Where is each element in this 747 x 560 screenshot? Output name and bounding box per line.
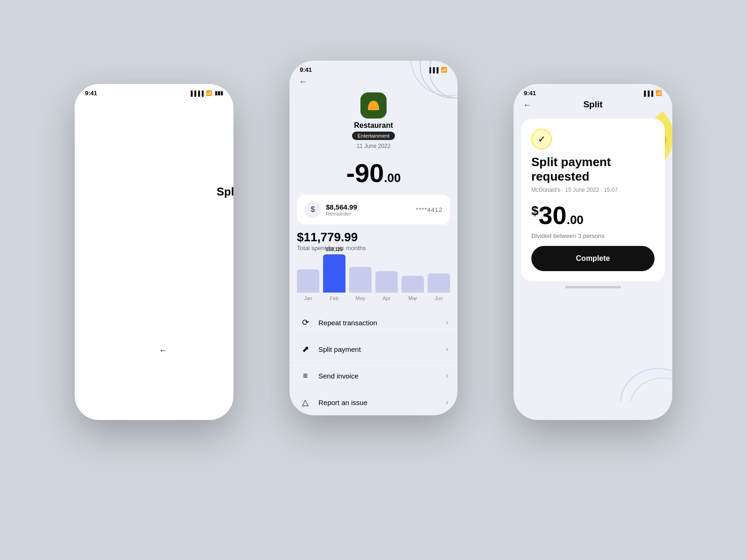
bar-may: May xyxy=(349,259,372,301)
action-repeat[interactable]: ⟳ Repeat transaction › xyxy=(289,309,458,336)
merchant-logo xyxy=(360,92,387,119)
wifi-icon-r: 📶 xyxy=(655,90,662,96)
back-button-center[interactable]: ← xyxy=(299,77,307,87)
total-section: $11,779.99 Total spent for six months xyxy=(289,230,458,256)
balance-left: $ $8,564.99 Remainder xyxy=(304,201,357,218)
split-amount-display: $30.00 xyxy=(531,201,655,230)
split-meta: McDonald's · 15 June 2022 · 15:07 xyxy=(531,187,655,193)
action-invoice[interactable]: ≡ Send invoice › xyxy=(289,362,458,389)
right-header: ← Split xyxy=(514,98,672,114)
center-phone: 9:41 ▐▐▐ 📶 ← Restaurant Entertainment 11… xyxy=(289,61,458,415)
split-time: 15:07 xyxy=(604,187,618,193)
action-label-repeat: Repeat transaction xyxy=(318,319,446,327)
dollar-icon: $ xyxy=(304,201,321,218)
status-bar-center: 9:41 ▐▐▐ 📶 xyxy=(289,61,458,75)
bar-apr: Apr xyxy=(375,264,398,301)
total-label: Total spent for six months xyxy=(297,245,450,252)
deco-lines-bottom xyxy=(616,355,672,401)
action-report[interactable]: △ Report an issue › xyxy=(289,389,458,415)
transaction-date: 11 June 2022 xyxy=(357,143,391,149)
page-title-left: Split xyxy=(149,185,233,198)
split-divided-label: Divided between 3 persons xyxy=(531,232,655,239)
balance-label: Remainder xyxy=(326,211,357,217)
time-left: 9:41 xyxy=(85,90,97,97)
split-merchant: McDonald's xyxy=(531,187,560,193)
merchant-section: Restaurant Entertainment 11 June 2022 xyxy=(289,91,458,154)
svg-point-16 xyxy=(630,378,672,401)
signal-icon: ▐▐▐▐ xyxy=(189,91,204,96)
balance-card: $ $8,564.99 Remainder ****4412 xyxy=(297,195,450,224)
back-button-right[interactable]: ← xyxy=(523,100,531,110)
svg-rect-13 xyxy=(374,101,375,110)
repeat-icon: ⟳ xyxy=(299,316,312,329)
card-number: ****4412 xyxy=(416,206,443,213)
status-icons-right: ▐▐▐ 📶 xyxy=(642,90,662,96)
check-circle: ✓ xyxy=(531,129,552,149)
right-phone: 😊 9:41 ▐▐▐ 📶 ← Split ✓ Split payment req… xyxy=(514,84,672,420)
status-icons-left: ▐▐▐▐ 📶 ▮▮▮ xyxy=(189,90,223,96)
status-bar-right: 9:41 ▐▐▐ 📶 xyxy=(514,84,672,98)
action-label-invoice: Send invoice xyxy=(318,372,446,380)
bars-row: Jan $10,125 Feb May Apr Mar xyxy=(297,259,450,301)
merchant-name: Restaurant xyxy=(354,121,393,130)
home-indicator-right xyxy=(565,286,621,288)
split-card-title: Split payment requested xyxy=(531,155,655,184)
category-badge: Entertainment xyxy=(352,132,395,140)
actions-list: ⟳ Repeat transaction › ⬈ Split payment ›… xyxy=(289,309,458,415)
transaction-amount: -90.00 xyxy=(289,158,458,188)
bar-jan: Jan xyxy=(297,262,319,301)
report-icon: △ xyxy=(299,396,312,409)
svg-rect-12 xyxy=(372,101,374,110)
svg-point-15 xyxy=(621,369,672,401)
wifi-icon-c: 📶 xyxy=(441,67,447,73)
chevron-split: › xyxy=(446,345,448,353)
time-right: 9:41 xyxy=(524,90,536,97)
chevron-invoice: › xyxy=(446,371,448,380)
page-title-right: Split xyxy=(574,98,612,113)
wifi-icon: 📶 xyxy=(206,90,212,96)
time-center: 9:41 xyxy=(300,66,312,73)
battery-icon: ▮▮▮ xyxy=(215,90,223,96)
balance-amount: $8,564.99 xyxy=(326,203,357,211)
total-amount: $11,779.99 xyxy=(297,230,450,245)
bar-jun: Jun xyxy=(428,266,450,301)
left-phone: 9:41 ▐▐▐▐ 📶 ▮▮▮ ← Split 👤 👤 👤 xyxy=(75,84,233,420)
signal-icon-c: ▐▐▐ xyxy=(428,67,438,73)
back-button-left[interactable]: ← xyxy=(159,346,167,356)
chevron-repeat: › xyxy=(446,318,448,327)
invoice-icon: ≡ xyxy=(299,369,312,382)
action-label-split: Split payment xyxy=(318,345,446,353)
complete-button[interactable]: Complete xyxy=(531,246,655,271)
split-date: 15 June 2022 xyxy=(565,187,599,193)
split-card: ✓ Split payment requested McDonald's · 1… xyxy=(521,119,665,281)
action-split[interactable]: ⬈ Split payment › xyxy=(289,336,458,362)
signal-icon-r: ▐▐▐ xyxy=(642,91,653,96)
center-header: ← xyxy=(289,75,458,91)
chevron-report: › xyxy=(446,398,448,406)
status-icons-center: ▐▐▐ 📶 xyxy=(428,67,447,73)
bar-chart: Jan $10,125 Feb May Apr Mar xyxy=(289,256,458,309)
balance-info: $8,564.99 Remainder xyxy=(326,203,357,217)
split-icon: ⬈ xyxy=(299,343,312,356)
bar-feb: $10,125 Feb xyxy=(323,247,345,301)
bar-mar: Mar xyxy=(402,268,424,301)
action-label-report: Report an issue xyxy=(318,399,446,406)
status-bar-left: 9:41 ▐▐▐▐ 📶 ▮▮▮ xyxy=(75,84,233,98)
